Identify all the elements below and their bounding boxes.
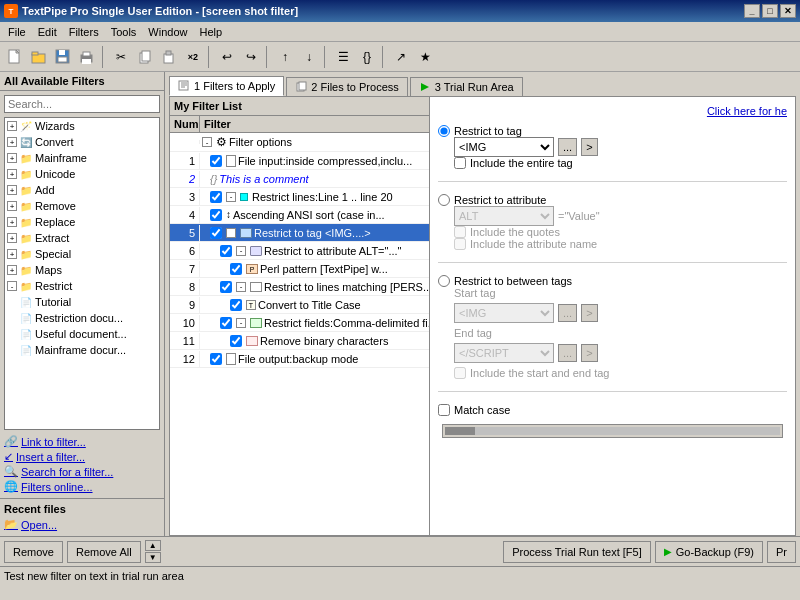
maximize-button[interactable]: □ [762,4,778,18]
table-row[interactable]: 7 P Perl pattern [TextPipe] w... [170,260,429,278]
expand-remove[interactable]: + [7,201,17,211]
include-quotes-checkbox[interactable] [454,226,466,238]
search-input[interactable] [4,95,160,113]
menu-window[interactable]: Window [142,24,193,40]
tree-item-special[interactable]: + 📁 Special [5,246,159,262]
expand-convert[interactable]: + [7,137,17,147]
tree-item-mainframe[interactable]: + 📁 Mainframe [5,150,159,166]
duplicate-button[interactable]: ×2 [182,46,204,68]
row-check-7[interactable] [230,263,242,275]
expand-mainframe[interactable]: + [7,153,17,163]
undo-button[interactable]: ↩ [216,46,238,68]
tree-item-restrict[interactable]: - 📁 Restrict [5,278,159,294]
restrict-to-tag-radio[interactable] [438,125,450,137]
expand-maps[interactable]: + [7,265,17,275]
tree-item-maps[interactable]: + 📁 Maps [5,262,159,278]
filter-down-button[interactable]: ↓ [298,46,320,68]
redo-button[interactable]: ↪ [240,46,262,68]
row-check-9[interactable] [230,299,242,311]
remove-button[interactable]: Remove [4,541,63,563]
table-row[interactable]: 4 ↕ Ascending ANSI sort (case in... [170,206,429,224]
expand-unicode[interactable]: + [7,169,17,179]
start-tag-select[interactable]: <IMG [454,303,554,323]
tree-item-unicode[interactable]: + 📁 Unicode [5,166,159,182]
cut-button[interactable]: ✂ [110,46,132,68]
print-button[interactable] [76,46,98,68]
table-row[interactable]: 8 - Restrict to lines matching [PERS... [170,278,429,296]
tree-item-tutorial[interactable]: 📄 Tutorial [5,294,159,310]
expand-add[interactable]: + [7,185,17,195]
horizontal-scrollbar[interactable] [442,424,783,438]
menu-tools[interactable]: Tools [105,24,143,40]
row-check-12[interactable] [210,353,222,365]
menu-help[interactable]: Help [193,24,228,40]
row-check-11[interactable] [230,335,242,347]
minimize-button[interactable]: _ [744,4,760,18]
include-start-end-checkbox[interactable] [454,367,466,379]
filters-online-link[interactable]: 🌐 Filters online... [4,479,160,494]
save-button[interactable] [52,46,74,68]
tree-item-convert[interactable]: + 🔄 Convert [5,134,159,150]
filter-up-button[interactable]: ↑ [274,46,296,68]
include-entire-tag-checkbox[interactable] [454,157,466,169]
list-button[interactable]: ☰ [332,46,354,68]
row-check-4[interactable] [210,209,222,221]
tree-item-extract[interactable]: + 📁 Extract [5,230,159,246]
end-tag-gt-button[interactable]: > [581,344,597,362]
paste-button[interactable] [158,46,180,68]
menu-filters[interactable]: Filters [63,24,105,40]
expand-restrict[interactable]: - [7,281,17,291]
table-row[interactable]: 3 - Restrict lines:Line 1 .. line 20 [170,188,429,206]
close-button[interactable]: ✕ [780,4,796,18]
star-button[interactable]: ★ [414,46,436,68]
expand-row3[interactable]: - [226,192,236,202]
tag-select[interactable]: <IMG [454,137,554,157]
scroll-thumb[interactable] [445,427,475,435]
row-check-10[interactable] [220,317,232,329]
arrow-button[interactable]: ↗ [390,46,412,68]
tag-dots-button[interactable]: ... [558,138,577,156]
expand-options[interactable]: - [202,137,212,147]
table-row[interactable]: - ⚙ Filter options [170,133,429,152]
move-up-button[interactable]: ▲ [145,540,161,551]
table-row[interactable]: 6 - Restrict to attribute ALT="..." [170,242,429,260]
tree-item-mainframe-doc[interactable]: 📄 Mainframe docur... [5,342,159,358]
tab-filters-to-apply[interactable]: 1 Filters to Apply [169,76,284,96]
table-row[interactable]: 11 Remove binary characters [170,332,429,350]
row-check-5[interactable] [210,227,222,239]
new-button[interactable] [4,46,26,68]
move-down-button[interactable]: ▼ [145,552,161,563]
row-check-1[interactable] [210,155,222,167]
code-button[interactable]: {} [356,46,378,68]
expand-row8[interactable]: - [236,282,246,292]
start-tag-gt-button[interactable]: > [581,304,597,322]
tab-files-to-process[interactable]: 2 Files to Process [286,77,407,96]
expand-row5[interactable]: - [226,228,236,238]
expand-special[interactable]: + [7,249,17,259]
help-link[interactable]: Click here for he [438,105,787,117]
table-row[interactable]: 2 {} This is a comment [170,170,429,188]
tree-item-useful-doc[interactable]: 📄 Useful document... [5,326,159,342]
table-row[interactable]: 9 T Convert to Title Case [170,296,429,314]
expand-row10[interactable]: - [236,318,246,328]
tree-item-add[interactable]: + 📁 Add [5,182,159,198]
row-check-3[interactable] [210,191,222,203]
row-check-6[interactable] [220,245,232,257]
process-trial-button[interactable]: Process Trial Run text [F5] [503,541,651,563]
insert-filter-link[interactable]: ↙ Insert a filter... [4,449,160,464]
tree-item-remove[interactable]: + 📁 Remove [5,198,159,214]
include-attr-name-checkbox[interactable] [454,238,466,250]
tab-trial-run[interactable]: 3 Trial Run Area [410,77,523,96]
table-row[interactable]: 5 - Restrict to tag <IMG....> [170,224,429,242]
remove-all-button[interactable]: Remove All [67,541,141,563]
expand-row6[interactable]: - [236,246,246,256]
tree-item-wizards[interactable]: + 🪄 Wizards [5,118,159,134]
open-button[interactable] [28,46,50,68]
copy-button[interactable] [134,46,156,68]
open-recent-link[interactable]: 📂 Open... [4,517,160,532]
restrict-between-radio[interactable] [438,275,450,287]
table-row[interactable]: 10 - Restrict fields:Comma-delimited fi.… [170,314,429,332]
restrict-to-attr-radio[interactable] [438,194,450,206]
link-to-filter-link[interactable]: 🔗 Link to filter... [4,434,160,449]
menu-file[interactable]: File [2,24,32,40]
